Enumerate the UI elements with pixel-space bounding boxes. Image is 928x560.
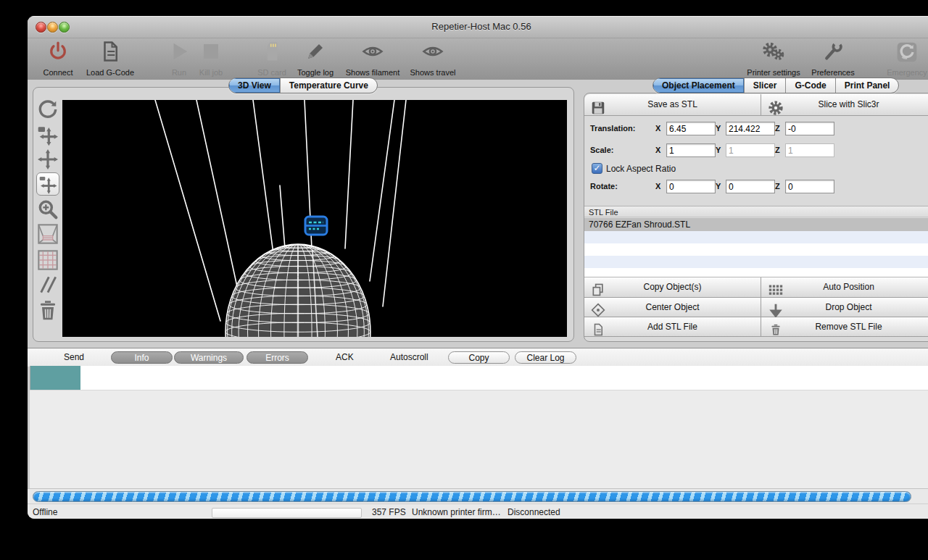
printer-state: Disconnected: [508, 507, 560, 517]
save-as-stl-button[interactable]: Save as STL: [584, 94, 761, 116]
fps-counter: 357 FPS: [372, 507, 406, 517]
scale-x-input[interactable]: [666, 143, 716, 157]
stl-list-empty-row[interactable]: [584, 243, 928, 256]
translation-y-input[interactable]: [726, 122, 775, 135]
titlebar-highlight: [28, 16, 928, 17]
down-arrow-icon: [769, 300, 782, 319]
top-view-tool[interactable]: [36, 248, 59, 272]
tab-gcode[interactable]: G-Code: [785, 78, 834, 93]
axis-z-label: Z: [775, 182, 780, 191]
auto-position-button[interactable]: Auto Position: [761, 277, 928, 298]
center-object-button[interactable]: Center Object: [584, 298, 761, 317]
copy-icon: [591, 280, 605, 299]
tab-slicer[interactable]: Slicer: [744, 78, 786, 93]
window-title: Repetier-Host Mac 0.56: [28, 21, 928, 32]
object-placement-panel: Save as STL Slice with Slic3r Translatio…: [584, 93, 928, 342]
axis-z-label: Z: [775, 146, 780, 154]
remove-stl-file-button[interactable]: Remove STL File: [761, 317, 928, 337]
floppy-icon: [590, 97, 606, 118]
axis-z-label: Z: [775, 124, 780, 133]
kill-job-button[interactable]: Kill job: [176, 41, 246, 78]
connection-status: Offline: [33, 507, 57, 517]
ack-toggle[interactable]: ACK: [336, 352, 354, 362]
rotate-label: Rotate:: [590, 182, 618, 191]
scale-label: Scale:: [590, 146, 613, 154]
load-gcode-button[interactable]: Load G-Code: [75, 41, 145, 78]
axis-x-label: X: [655, 124, 660, 133]
rotate-view-tool[interactable]: [36, 98, 59, 121]
stl-list-item[interactable]: 70766 EZFan Shroud.STL: [584, 218, 928, 231]
stl-list-empty-row[interactable]: [584, 268, 928, 277]
3d-viewport[interactable]: [62, 100, 567, 337]
view-panel: [33, 87, 574, 342]
emergency-icon: [872, 41, 928, 65]
tab-print-panel[interactable]: Print Panel: [835, 78, 899, 93]
emergency-stop-button[interactable]: Emergency: [872, 41, 928, 78]
tab-3d-view[interactable]: 3D View: [229, 78, 280, 93]
axis-y-label: Y: [716, 182, 721, 191]
scale-z-input[interactable]: [785, 143, 834, 157]
clear-log-button[interactable]: Clear Log: [515, 351, 576, 364]
zoom-tool[interactable]: [36, 198, 59, 221]
scale-y-input[interactable]: [726, 143, 775, 157]
gear-icon: [768, 97, 784, 118]
right-tab-bar: Object Placement Slicer G-Code Print Pan…: [652, 78, 899, 93]
rotate-y-input[interactable]: [726, 180, 775, 193]
move-view-tool[interactable]: [36, 123, 59, 146]
errors-filter-toggle[interactable]: Errors: [246, 351, 308, 364]
stl-list-empty-row[interactable]: [584, 256, 928, 268]
add-stl-file-button[interactable]: Add STL File: [584, 317, 761, 337]
translation-x-input[interactable]: [666, 122, 716, 135]
stl-list-header: STL File: [584, 206, 928, 217]
warnings-filter-toggle[interactable]: Warnings: [174, 351, 244, 364]
grid-dots-icon: [768, 280, 783, 300]
copy-objects-button[interactable]: Copy Object(s): [584, 277, 761, 298]
axis-x-label: X: [655, 146, 660, 154]
parallel-projection-tool[interactable]: [36, 273, 59, 296]
axis-x-label: X: [655, 182, 660, 191]
delete-object-tool[interactable]: [36, 298, 59, 322]
drop-object-button[interactable]: Drop Object: [761, 298, 928, 317]
shows-travel-button[interactable]: Shows travel: [398, 41, 468, 78]
send-button[interactable]: Send: [64, 352, 84, 362]
autoscroll-toggle[interactable]: Autoscroll: [390, 352, 428, 362]
wrench-icon: [798, 41, 868, 65]
stl-list-empty-row[interactable]: [584, 231, 928, 243]
status-bar: Offline 357 FPS Unknown printer firm… Di…: [28, 503, 928, 519]
view-tab-bar: 3D View Temperature Curve: [228, 78, 378, 93]
copy-log-button[interactable]: Copy: [448, 351, 510, 364]
send-command-input[interactable]: [30, 366, 928, 390]
job-progress-bar: [212, 508, 362, 518]
rotate-x-input[interactable]: [666, 180, 716, 193]
center-icon: [591, 300, 605, 319]
shows-filament-button[interactable]: Shows filament: [338, 41, 407, 78]
lock-aspect-ratio-label: Lock Aspect Ratio: [606, 164, 676, 174]
main-toolbar: Connect Load G-Code Run Kill job SD card: [28, 38, 928, 80]
move-object-tool[interactable]: [36, 172, 59, 196]
eye-icon: [398, 41, 468, 65]
app-window: Repetier-Host Mac 0.56 Connect Load G-Co…: [28, 16, 928, 519]
translation-z-input[interactable]: [785, 122, 834, 135]
lock-aspect-ratio-checkbox[interactable]: ✓: [592, 163, 602, 174]
indeterminate-progress-bar: [33, 491, 911, 502]
stop-icon: [176, 41, 246, 65]
firmware-status: Unknown printer firm…: [412, 507, 501, 517]
preferences-button[interactable]: Emergency Preferences: [798, 41, 868, 78]
axis-y-label: Y: [716, 146, 721, 154]
axis-y-label: Y: [716, 124, 721, 133]
title-bar[interactable]: Repetier-Host Mac 0.56: [28, 16, 928, 38]
perspective-view-tool[interactable]: [36, 222, 59, 246]
translation-label: Translation:: [590, 124, 635, 133]
log-output-area[interactable]: [30, 390, 928, 489]
rotate-z-input[interactable]: [785, 180, 834, 193]
document-icon: [592, 319, 605, 338]
stl-object-marker[interactable]: [305, 217, 327, 235]
send-input-highlight: [30, 366, 80, 390]
info-filter-toggle[interactable]: Info: [111, 351, 173, 364]
bottom-bar: Offline 357 FPS Unknown printer firm… Di…: [28, 488, 928, 519]
slice-with-slic3r-button[interactable]: Slice with Slic3r: [761, 94, 928, 116]
trash-icon: [769, 319, 782, 338]
tab-object-placement[interactable]: Object Placement: [653, 78, 744, 93]
tab-temperature-curve[interactable]: Temperature Curve: [280, 78, 377, 93]
move-viewpoint-tool[interactable]: [36, 148, 59, 171]
